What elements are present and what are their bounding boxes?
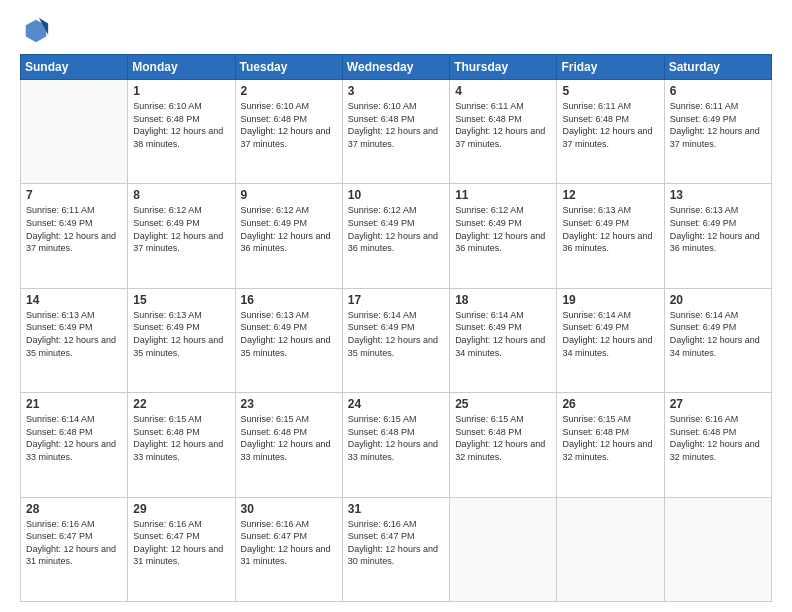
calendar-week-row: 1Sunrise: 6:10 AM Sunset: 6:48 PM Daylig…	[21, 80, 772, 184]
day-number: 16	[241, 293, 337, 307]
calendar-day-cell: 5Sunrise: 6:11 AM Sunset: 6:48 PM Daylig…	[557, 80, 664, 184]
day-info: Sunrise: 6:12 AM Sunset: 6:49 PM Dayligh…	[348, 204, 444, 254]
calendar-day-cell: 10Sunrise: 6:12 AM Sunset: 6:49 PM Dayli…	[342, 184, 449, 288]
day-info: Sunrise: 6:16 AM Sunset: 6:47 PM Dayligh…	[26, 518, 122, 568]
day-number: 24	[348, 397, 444, 411]
calendar-day-cell: 25Sunrise: 6:15 AM Sunset: 6:48 PM Dayli…	[450, 393, 557, 497]
calendar-day-cell: 20Sunrise: 6:14 AM Sunset: 6:49 PM Dayli…	[664, 288, 771, 392]
day-info: Sunrise: 6:16 AM Sunset: 6:47 PM Dayligh…	[348, 518, 444, 568]
day-number: 26	[562, 397, 658, 411]
day-info: Sunrise: 6:10 AM Sunset: 6:48 PM Dayligh…	[348, 100, 444, 150]
calendar-day-cell: 4Sunrise: 6:11 AM Sunset: 6:48 PM Daylig…	[450, 80, 557, 184]
day-number: 31	[348, 502, 444, 516]
day-info: Sunrise: 6:10 AM Sunset: 6:48 PM Dayligh…	[241, 100, 337, 150]
calendar-day-cell: 26Sunrise: 6:15 AM Sunset: 6:48 PM Dayli…	[557, 393, 664, 497]
calendar-day-cell: 6Sunrise: 6:11 AM Sunset: 6:49 PM Daylig…	[664, 80, 771, 184]
calendar-day-cell: 16Sunrise: 6:13 AM Sunset: 6:49 PM Dayli…	[235, 288, 342, 392]
calendar-day-cell: 27Sunrise: 6:16 AM Sunset: 6:48 PM Dayli…	[664, 393, 771, 497]
day-number: 5	[562, 84, 658, 98]
day-number: 6	[670, 84, 766, 98]
calendar-day-cell	[557, 497, 664, 601]
calendar-day-cell: 13Sunrise: 6:13 AM Sunset: 6:49 PM Dayli…	[664, 184, 771, 288]
day-number: 2	[241, 84, 337, 98]
day-info: Sunrise: 6:14 AM Sunset: 6:49 PM Dayligh…	[455, 309, 551, 359]
calendar-week-row: 7Sunrise: 6:11 AM Sunset: 6:49 PM Daylig…	[21, 184, 772, 288]
day-header: Wednesday	[342, 55, 449, 80]
calendar-day-cell: 19Sunrise: 6:14 AM Sunset: 6:49 PM Dayli…	[557, 288, 664, 392]
day-number: 15	[133, 293, 229, 307]
calendar-day-cell: 30Sunrise: 6:16 AM Sunset: 6:47 PM Dayli…	[235, 497, 342, 601]
calendar-header-row: SundayMondayTuesdayWednesdayThursdayFrid…	[21, 55, 772, 80]
calendar-week-row: 21Sunrise: 6:14 AM Sunset: 6:48 PM Dayli…	[21, 393, 772, 497]
day-number: 1	[133, 84, 229, 98]
calendar-day-cell: 24Sunrise: 6:15 AM Sunset: 6:48 PM Dayli…	[342, 393, 449, 497]
day-number: 17	[348, 293, 444, 307]
day-info: Sunrise: 6:11 AM Sunset: 6:48 PM Dayligh…	[562, 100, 658, 150]
day-info: Sunrise: 6:16 AM Sunset: 6:48 PM Dayligh…	[670, 413, 766, 463]
day-number: 28	[26, 502, 122, 516]
day-header: Tuesday	[235, 55, 342, 80]
day-header: Friday	[557, 55, 664, 80]
calendar-day-cell	[450, 497, 557, 601]
calendar-day-cell	[21, 80, 128, 184]
logo-text	[20, 16, 50, 44]
day-number: 14	[26, 293, 122, 307]
day-info: Sunrise: 6:12 AM Sunset: 6:49 PM Dayligh…	[455, 204, 551, 254]
day-info: Sunrise: 6:11 AM Sunset: 6:49 PM Dayligh…	[670, 100, 766, 150]
calendar-day-cell: 29Sunrise: 6:16 AM Sunset: 6:47 PM Dayli…	[128, 497, 235, 601]
calendar-day-cell: 7Sunrise: 6:11 AM Sunset: 6:49 PM Daylig…	[21, 184, 128, 288]
day-info: Sunrise: 6:16 AM Sunset: 6:47 PM Dayligh…	[133, 518, 229, 568]
calendar-day-cell: 17Sunrise: 6:14 AM Sunset: 6:49 PM Dayli…	[342, 288, 449, 392]
calendar-day-cell: 11Sunrise: 6:12 AM Sunset: 6:49 PM Dayli…	[450, 184, 557, 288]
calendar-table: SundayMondayTuesdayWednesdayThursdayFrid…	[20, 54, 772, 602]
calendar-day-cell: 18Sunrise: 6:14 AM Sunset: 6:49 PM Dayli…	[450, 288, 557, 392]
calendar-week-row: 14Sunrise: 6:13 AM Sunset: 6:49 PM Dayli…	[21, 288, 772, 392]
day-info: Sunrise: 6:13 AM Sunset: 6:49 PM Dayligh…	[562, 204, 658, 254]
day-info: Sunrise: 6:13 AM Sunset: 6:49 PM Dayligh…	[26, 309, 122, 359]
calendar-day-cell: 28Sunrise: 6:16 AM Sunset: 6:47 PM Dayli…	[21, 497, 128, 601]
page: SundayMondayTuesdayWednesdayThursdayFrid…	[0, 0, 792, 612]
day-header: Saturday	[664, 55, 771, 80]
day-number: 21	[26, 397, 122, 411]
day-info: Sunrise: 6:13 AM Sunset: 6:49 PM Dayligh…	[670, 204, 766, 254]
day-info: Sunrise: 6:14 AM Sunset: 6:48 PM Dayligh…	[26, 413, 122, 463]
calendar-day-cell: 9Sunrise: 6:12 AM Sunset: 6:49 PM Daylig…	[235, 184, 342, 288]
calendar-day-cell: 8Sunrise: 6:12 AM Sunset: 6:49 PM Daylig…	[128, 184, 235, 288]
calendar-day-cell: 15Sunrise: 6:13 AM Sunset: 6:49 PM Dayli…	[128, 288, 235, 392]
day-info: Sunrise: 6:11 AM Sunset: 6:49 PM Dayligh…	[26, 204, 122, 254]
day-number: 4	[455, 84, 551, 98]
day-number: 13	[670, 188, 766, 202]
logo-icon	[22, 16, 50, 44]
day-info: Sunrise: 6:15 AM Sunset: 6:48 PM Dayligh…	[133, 413, 229, 463]
calendar-day-cell: 14Sunrise: 6:13 AM Sunset: 6:49 PM Dayli…	[21, 288, 128, 392]
day-info: Sunrise: 6:16 AM Sunset: 6:47 PM Dayligh…	[241, 518, 337, 568]
day-info: Sunrise: 6:12 AM Sunset: 6:49 PM Dayligh…	[133, 204, 229, 254]
day-info: Sunrise: 6:15 AM Sunset: 6:48 PM Dayligh…	[562, 413, 658, 463]
header	[20, 16, 772, 44]
day-number: 3	[348, 84, 444, 98]
day-info: Sunrise: 6:13 AM Sunset: 6:49 PM Dayligh…	[241, 309, 337, 359]
calendar-day-cell: 1Sunrise: 6:10 AM Sunset: 6:48 PM Daylig…	[128, 80, 235, 184]
day-number: 23	[241, 397, 337, 411]
day-info: Sunrise: 6:15 AM Sunset: 6:48 PM Dayligh…	[241, 413, 337, 463]
calendar-day-cell: 21Sunrise: 6:14 AM Sunset: 6:48 PM Dayli…	[21, 393, 128, 497]
day-info: Sunrise: 6:12 AM Sunset: 6:49 PM Dayligh…	[241, 204, 337, 254]
day-info: Sunrise: 6:15 AM Sunset: 6:48 PM Dayligh…	[455, 413, 551, 463]
day-number: 19	[562, 293, 658, 307]
day-number: 27	[670, 397, 766, 411]
day-info: Sunrise: 6:14 AM Sunset: 6:49 PM Dayligh…	[348, 309, 444, 359]
calendar-week-row: 28Sunrise: 6:16 AM Sunset: 6:47 PM Dayli…	[21, 497, 772, 601]
day-info: Sunrise: 6:14 AM Sunset: 6:49 PM Dayligh…	[562, 309, 658, 359]
day-info: Sunrise: 6:10 AM Sunset: 6:48 PM Dayligh…	[133, 100, 229, 150]
day-number: 25	[455, 397, 551, 411]
day-number: 20	[670, 293, 766, 307]
day-header: Sunday	[21, 55, 128, 80]
day-number: 22	[133, 397, 229, 411]
day-info: Sunrise: 6:11 AM Sunset: 6:48 PM Dayligh…	[455, 100, 551, 150]
day-number: 18	[455, 293, 551, 307]
calendar-day-cell: 31Sunrise: 6:16 AM Sunset: 6:47 PM Dayli…	[342, 497, 449, 601]
calendar-day-cell: 22Sunrise: 6:15 AM Sunset: 6:48 PM Dayli…	[128, 393, 235, 497]
calendar-day-cell: 12Sunrise: 6:13 AM Sunset: 6:49 PM Dayli…	[557, 184, 664, 288]
day-number: 10	[348, 188, 444, 202]
day-info: Sunrise: 6:14 AM Sunset: 6:49 PM Dayligh…	[670, 309, 766, 359]
